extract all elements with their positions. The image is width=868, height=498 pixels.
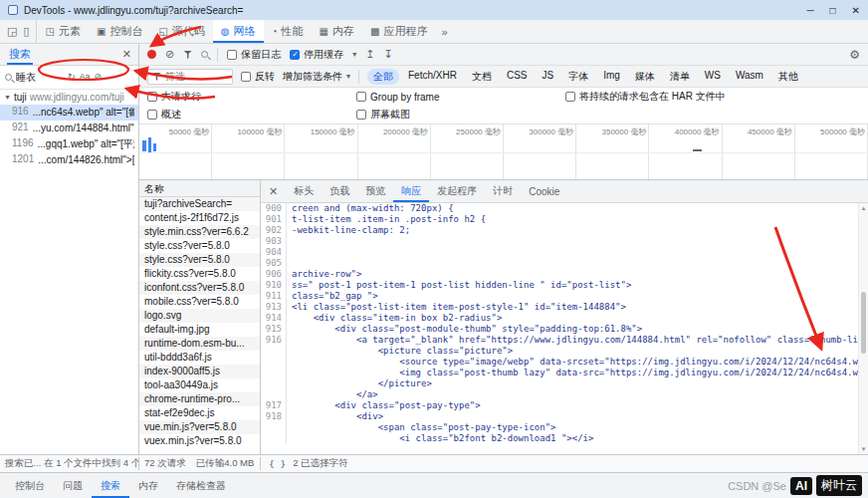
vertical-scrollbar[interactable]: ▴ ▾ <box>858 203 868 454</box>
request-type-pill[interactable]: 文档 <box>466 69 498 85</box>
request-type-pill[interactable]: JS <box>536 69 559 85</box>
record-button[interactable] <box>147 50 156 59</box>
scrollbar-thumb[interactable] <box>861 292 866 354</box>
request-row[interactable]: vue.min.js?ver=5.8.0 <box>139 420 260 434</box>
detail-tab[interactable]: 预览 <box>357 180 393 202</box>
request-type-pill[interactable]: Img <box>597 69 626 85</box>
close-detail-icon[interactable]: ✕ <box>261 180 286 202</box>
search-result-item[interactable]: 1201 ...com/144826.html">[平津]... <box>0 152 138 168</box>
devtools-tab[interactable]: ▣ 控制台 <box>89 20 150 43</box>
scroll-up-icon[interactable]: ▴ <box>862 203 866 213</box>
request-type-pill[interactable]: 清单 <box>664 69 696 85</box>
request-row[interactable]: chrome-runtime-pro... <box>139 392 260 406</box>
detail-tab[interactable]: 计时 <box>485 180 521 202</box>
request-type-pill[interactable]: Fetch/XHR <box>402 69 463 85</box>
export-har-icon[interactable]: ↧ <box>383 49 392 60</box>
name-column-header[interactable]: 名称 <box>139 180 260 197</box>
devtools-tab[interactable]: ◔ 性能 <box>264 20 312 43</box>
request-row[interactable]: tuji?archiveSearch= <box>139 197 260 211</box>
network-option[interactable]: Group by frame <box>356 92 565 103</box>
detail-tab[interactable]: 负载 <box>322 180 357 202</box>
request-type-pill[interactable]: 全部 <box>367 69 399 85</box>
drawer-tab[interactable]: 内存 <box>129 473 167 498</box>
request-type-pill[interactable]: 字体 <box>562 69 594 85</box>
settings-gear-icon[interactable]: ⚙ <box>849 48 860 62</box>
close-button[interactable]: ✕ <box>852 5 860 16</box>
request-row[interactable]: content.js-2f1f6d72.js <box>139 211 260 225</box>
network-overview-timeline[interactable]: 50000 毫秒100000 毫秒150000 毫秒200000 毫秒25000… <box>139 124 868 180</box>
request-row[interactable]: index-9000aff5.js <box>139 365 260 378</box>
search-result-group[interactable]: ▼ tuji www.jdlingyu.com/tuji <box>0 90 138 105</box>
network-option[interactable]: 将持续的请求包含在 HAR 文件中 <box>565 90 774 104</box>
request-row[interactable]: style.min.css?ver=6.6.2 <box>139 225 260 239</box>
preserve-log-option[interactable]: 保留日志 <box>227 48 281 62</box>
network-search-icon[interactable] <box>201 51 208 58</box>
scrollbar-track[interactable] <box>859 213 868 444</box>
inspect-element-icon[interactable]: ◲ <box>7 26 17 37</box>
request-type-pill[interactable]: Wasm <box>730 69 769 85</box>
request-type-pill[interactable]: 其他 <box>772 69 804 85</box>
disable-cache-option[interactable]: 停用缓存 <box>290 48 343 62</box>
search-result-item[interactable]: 916 ...nc64s4.webp" alt="[鲁鲁]... <box>0 105 138 121</box>
more-filters-button[interactable]: 增加筛选条件 ▾ <box>283 70 350 84</box>
network-option[interactable]: 屏幕截图 <box>356 108 565 122</box>
request-row[interactable]: default-img.jpg <box>139 323 260 337</box>
option-checkbox[interactable] <box>147 110 157 120</box>
filter-toggle-icon[interactable] <box>183 51 192 59</box>
option-checkbox[interactable] <box>147 92 157 102</box>
scroll-down-icon[interactable]: ▾ <box>862 444 866 454</box>
option-checkbox[interactable] <box>565 92 575 102</box>
device-toolbar-icon[interactable]: ▯ <box>23 26 29 37</box>
clear-network-log-icon[interactable]: ⊘ <box>165 49 174 60</box>
request-row[interactable]: style.css?ver=5.8.0 <box>139 253 260 267</box>
devtools-tab[interactable]: ◱ 源代码 <box>150 20 212 43</box>
drawer-tab[interactable]: 搜索 <box>92 473 129 498</box>
minimize-button[interactable]: ─ <box>806 5 813 16</box>
more-tabs-icon[interactable]: » <box>436 20 454 43</box>
request-type-pill[interactable]: 媒体 <box>629 69 661 85</box>
search-result-item[interactable]: 1196 ...gqq1.webp" alt="[平津] 云... <box>0 136 138 152</box>
search-result-item[interactable]: 921 ...yu.com/144884.html">[鲁... <box>0 121 138 136</box>
invert-filter-option[interactable]: 反转 <box>241 70 275 84</box>
maximize-button[interactable]: □ <box>830 5 836 16</box>
devtools-tab[interactable]: ▩ 应用程序 <box>362 20 435 43</box>
refresh-icon[interactable]: ↻ <box>68 73 76 82</box>
detail-tab[interactable]: Cookie <box>521 180 567 202</box>
request-row[interactable]: tool-aa30449a.js <box>139 378 260 392</box>
filter-input[interactable] <box>165 71 219 82</box>
drawer-tab[interactable]: 问题 <box>54 473 92 498</box>
request-row[interactable]: mobile.css?ver=5.8.0 <box>139 295 260 309</box>
throttling-select[interactable]: ▾ <box>352 50 356 59</box>
detail-tab[interactable]: 标头 <box>286 180 322 202</box>
devtools-tab[interactable]: ▦ 内存 <box>312 20 362 43</box>
detail-tab[interactable]: 发起程序 <box>429 180 485 202</box>
request-row[interactable]: iconfont.css?ver=5.8.0 <box>139 281 260 295</box>
preserve-log-checkbox[interactable] <box>227 50 237 60</box>
request-row[interactable]: vuex.min.js?ver=5.8.0 <box>139 434 260 448</box>
drawer-tab[interactable]: 控制台 <box>6 473 54 498</box>
devtools-tab[interactable]: ◍ 网络 <box>213 20 264 43</box>
request-row[interactable]: util-bddd3a6f.js <box>139 351 260 365</box>
request-row[interactable]: logo.svg <box>139 309 260 323</box>
format-code-icon[interactable]: { } <box>269 458 286 469</box>
request-type-pill[interactable]: CSS <box>501 69 534 85</box>
disable-cache-checkbox[interactable] <box>290 50 300 60</box>
devtools-tab[interactable]: ◳ 元素 <box>37 20 88 43</box>
option-checkbox[interactable] <box>356 92 366 102</box>
clear-search-icon[interactable]: ⊘ <box>95 73 103 82</box>
response-code-view[interactable]: 900 creen and (max-width: 720px) { 901 t… <box>261 203 868 454</box>
search-pane-close-icon[interactable]: ✕ <box>122 48 131 61</box>
network-option[interactable]: 大请求行 <box>147 90 356 104</box>
match-case-button[interactable]: Aa <box>80 73 91 82</box>
option-checkbox[interactable] <box>356 110 366 120</box>
filter-input-box[interactable] <box>147 69 233 85</box>
invert-checkbox[interactable] <box>241 72 251 82</box>
search-pane-tab[interactable]: 搜索 <box>7 44 33 65</box>
search-input[interactable] <box>16 72 64 83</box>
import-har-icon[interactable]: ↥ <box>365 49 374 60</box>
network-option[interactable]: 概述 <box>147 108 356 122</box>
drawer-tab[interactable]: 存储检查器 <box>167 473 235 498</box>
request-row[interactable]: runtime-dom.esm-bu... <box>139 337 260 351</box>
request-type-pill[interactable]: WS <box>699 69 727 85</box>
request-row[interactable]: style.css?ver=5.8.0 <box>139 239 260 253</box>
